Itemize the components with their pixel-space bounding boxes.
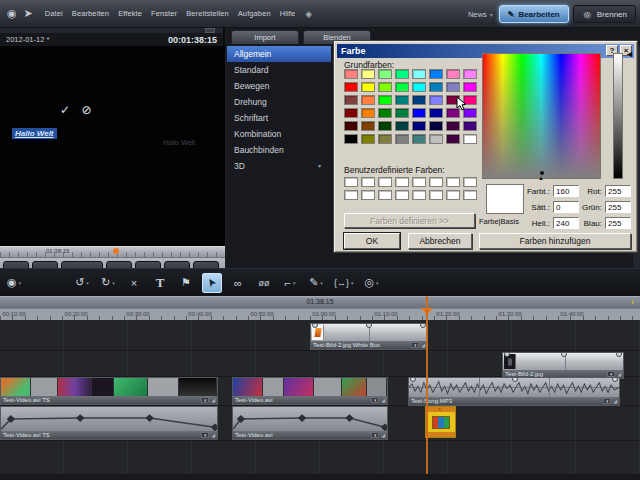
menu-bearbeiten[interactable]: Bearbeiten <box>72 9 109 18</box>
effects-menu-button[interactable]: ◉▾ <box>4 273 24 293</box>
title-confirm-icons[interactable]: ✓ ⊘ <box>60 103 95 117</box>
basic-color-swatch[interactable] <box>361 82 375 92</box>
clip-fx-button[interactable]: ▾ <box>371 432 379 438</box>
custom-color-swatch[interactable] <box>361 190 375 200</box>
cursor-icon[interactable]: ➤ <box>24 7 33 20</box>
basic-color-swatch[interactable] <box>344 69 358 79</box>
custom-color-swatch[interactable] <box>344 190 358 200</box>
basic-color-swatch[interactable] <box>344 134 358 144</box>
custom-color-swatch[interactable] <box>378 190 392 200</box>
red-field-input[interactable]: 255 <box>605 185 631 197</box>
range-button[interactable]: {↔}▾ <box>332 273 356 293</box>
sat-field-input[interactable]: 0 <box>553 201 579 213</box>
basic-color-swatch[interactable] <box>446 121 460 131</box>
marker-button[interactable]: ⚑ <box>176 273 196 293</box>
custom-color-swatch[interactable] <box>395 190 409 200</box>
volume-envelope[interactable] <box>1 407 217 431</box>
basic-color-swatch[interactable] <box>378 134 392 144</box>
hue-field-input[interactable]: 160 <box>553 185 579 197</box>
monitor-scrubber[interactable]: 01:38:15 <box>0 246 225 257</box>
basic-color-swatch[interactable] <box>378 69 392 79</box>
basic-color-swatch[interactable] <box>361 121 375 131</box>
custom-color-swatch[interactable] <box>463 177 477 187</box>
basic-color-swatch[interactable] <box>446 69 460 79</box>
category-schriftart[interactable]: Schriftart <box>227 110 331 126</box>
custom-color-swatch[interactable] <box>463 190 477 200</box>
preview-button[interactable]: ◎▾ <box>362 273 382 293</box>
hue-saturation-field[interactable] <box>482 53 601 179</box>
clip-bild2[interactable]: Test-Bild-2.jpg ▾ ◢ <box>502 352 624 379</box>
category-standard[interactable]: Standard <box>227 62 331 78</box>
title-text-selected[interactable]: Hallo Welt <box>12 128 57 139</box>
basic-color-swatch[interactable] <box>344 108 358 118</box>
basic-color-swatch[interactable] <box>429 134 443 144</box>
draw-button[interactable]: ✎▾ <box>306 273 326 293</box>
basic-color-swatch[interactable] <box>463 121 477 131</box>
timeline-ruler[interactable]: 00:10:0000:20:0000:30:0000:40:0000:50:00… <box>0 308 640 320</box>
resize-corner-icon[interactable]: ◢ <box>421 342 425 348</box>
category-3d[interactable]: 3D▾ <box>227 158 331 174</box>
undo-button[interactable]: ↺▾ <box>72 273 92 293</box>
basic-color-swatch[interactable] <box>344 95 358 105</box>
edit-mode-button[interactable]: ✎ Bearbeiten <box>499 5 569 23</box>
basic-color-swatch[interactable] <box>412 121 426 131</box>
basic-color-swatch[interactable] <box>412 108 426 118</box>
custom-color-swatch[interactable] <box>446 177 460 187</box>
basic-color-swatch[interactable] <box>429 95 443 105</box>
basic-color-swatch[interactable] <box>463 69 477 79</box>
basic-color-swatch[interactable] <box>395 108 409 118</box>
custom-color-swatch[interactable] <box>412 190 426 200</box>
clip-fx-button[interactable]: ▾ <box>201 432 209 438</box>
basic-color-swatch[interactable] <box>344 121 358 131</box>
basic-color-swatch[interactable] <box>429 82 443 92</box>
clip-fx-button[interactable]: ▾ <box>411 342 419 348</box>
basic-color-swatch[interactable] <box>395 121 409 131</box>
category-drehung[interactable]: Drehung <box>227 94 331 110</box>
menu-fenster[interactable]: Fenster <box>151 9 177 18</box>
group-button[interactable]: ∞ <box>228 273 248 293</box>
burn-mode-button[interactable]: ◎ Brennen <box>573 5 636 23</box>
volume-envelope[interactable] <box>233 407 387 431</box>
green-field-input[interactable]: 255 <box>605 201 631 213</box>
luminance-slider-arrow[interactable]: ◄ <box>625 49 634 59</box>
menu-effekte[interactable]: Effekte <box>118 9 142 18</box>
custom-color-swatch[interactable] <box>395 177 409 187</box>
basic-color-swatch[interactable] <box>378 108 392 118</box>
clip-fx-button[interactable]: ▾ <box>201 397 209 403</box>
custom-color-swatch[interactable] <box>344 177 358 187</box>
menu-hilfe[interactable]: Hilfe <box>280 9 296 18</box>
basic-color-swatch[interactable] <box>412 95 426 105</box>
blue-field-input[interactable]: 255 <box>605 217 631 229</box>
playhead-line[interactable] <box>426 296 428 474</box>
resize-corner-icon[interactable]: ◢ <box>381 397 385 403</box>
basic-color-swatch[interactable] <box>378 95 392 105</box>
clip-handle[interactable] <box>561 353 567 357</box>
ungroup-button[interactable]: øø <box>254 273 274 293</box>
basic-color-swatch[interactable] <box>463 82 477 92</box>
category-kombination[interactable]: Kombination <box>227 126 331 142</box>
basic-color-swatch[interactable] <box>412 82 426 92</box>
clip-handle[interactable] <box>366 324 372 328</box>
basic-color-swatch[interactable] <box>429 69 443 79</box>
category-bauchbinden[interactable]: Bauchbinden <box>227 142 331 158</box>
video-preview[interactable]: ✓ ⊘ Hallo Welt Hallo Welt <box>0 46 225 246</box>
timeline-tracks[interactable]: Test-Bild-2.jpg White Box ▾ ◢ Test-Bild-… <box>0 320 640 480</box>
menu-datei[interactable]: Datei <box>45 9 63 18</box>
basic-color-swatch[interactable] <box>378 121 392 131</box>
add-colors-button[interactable]: Farben hinzufügen <box>479 233 631 249</box>
redo-button[interactable]: ↻▾ <box>98 273 118 293</box>
resize-corner-icon[interactable]: ◢ <box>211 432 215 438</box>
basic-color-swatch[interactable] <box>395 95 409 105</box>
menu-aufgaben[interactable]: Aufgaben <box>238 9 271 18</box>
basic-color-swatch[interactable] <box>344 82 358 92</box>
film-reel-icon[interactable]: ◉ <box>7 7 17 20</box>
custom-color-swatch[interactable] <box>446 190 460 200</box>
basic-color-swatch[interactable] <box>463 134 477 144</box>
clip-video2[interactable]: Test-Video.avi ▾ ◢ <box>232 377 388 405</box>
clip-video1[interactable]: Test-Video.avi TS ▾ ◢ <box>0 377 218 405</box>
basic-color-swatch[interactable] <box>412 69 426 79</box>
luminance-slider[interactable] <box>613 53 623 179</box>
basic-color-swatch[interactable] <box>395 82 409 92</box>
resize-corner-icon[interactable]: ◢ <box>381 432 385 438</box>
news-menu[interactable]: News <box>468 10 487 19</box>
